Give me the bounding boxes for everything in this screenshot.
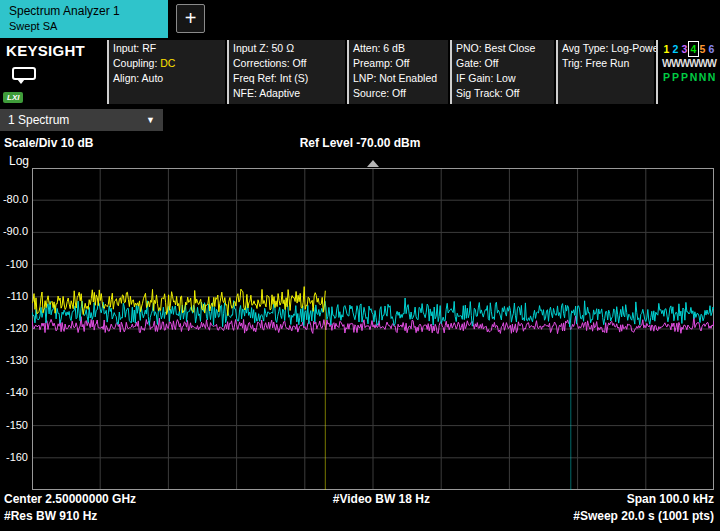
trace-type-2[interactable]: W: [671, 56, 680, 70]
settings-panel-4[interactable]: PNO: Best CloseGate: OffIF Gain: LowSig …: [450, 40, 554, 104]
message-bubble-icon: [12, 67, 36, 80]
y-tick--150: -150: [0, 419, 28, 431]
tab-title: Spectrum Analyzer 1: [9, 3, 159, 19]
setting-line: Coupling: DC: [113, 56, 225, 71]
ref-level-row: Ref Level -70.00 dBm: [0, 136, 720, 150]
setting-line: NFE: Adaptive: [233, 86, 345, 101]
trace-type-1[interactable]: W: [662, 56, 671, 70]
trace-type-row: WWWWWW: [662, 56, 720, 70]
sweep-time[interactable]: #Sweep 20.0 s (1001 pts): [573, 509, 714, 523]
tab-bar: Spectrum Analyzer 1 Swept SA +: [0, 0, 720, 38]
trace-type-4[interactable]: W: [689, 56, 698, 70]
trace-detector-2[interactable]: P: [671, 70, 680, 84]
res-bw[interactable]: #Res BW 910 Hz: [4, 509, 97, 523]
trace-selector-dropdown[interactable]: 1 Spectrum ▼: [0, 109, 163, 131]
trace-detector-4[interactable]: N: [689, 70, 698, 84]
settings-panel-2[interactable]: Input Z: 50 ΩCorrections: OffFreq Ref: I…: [227, 40, 345, 104]
annotation-row-1: Center 2.50000000 GHz #Video BW 18 Hz Sp…: [4, 492, 714, 506]
y-tick--130: -130: [0, 354, 28, 366]
tab-subtitle: Swept SA: [9, 19, 159, 33]
tab-spectrum-analyzer-1[interactable]: Spectrum Analyzer 1 Swept SA: [0, 0, 168, 38]
setting-line: Freq Ref: Int (S): [233, 71, 345, 86]
setting-line: PNO: Best Close: [456, 41, 554, 56]
y-tick--160: -160: [0, 451, 28, 463]
trace-type-6[interactable]: W: [707, 56, 716, 70]
y-tick--120: -120: [0, 322, 28, 334]
trace-number-3[interactable]: 3: [680, 42, 689, 56]
trace-legend[interactable]: 123456WWWWWWPPPNNN: [656, 40, 720, 104]
setting-line: Source: Off: [353, 86, 448, 101]
spectrum-plot[interactable]: [32, 168, 714, 490]
trace-detector-1[interactable]: P: [662, 70, 671, 84]
add-tab-button[interactable]: +: [176, 4, 205, 33]
span-value[interactable]: Span 100.0 kHz: [627, 492, 714, 506]
setting-line: Gate: Off: [456, 56, 554, 71]
setting-line: Sig Track: Off: [456, 86, 554, 101]
trace-selector-label: 1 Spectrum: [8, 113, 69, 127]
trace-number-1[interactable]: 1: [662, 42, 671, 56]
setting-line: IF Gain: Low: [456, 71, 554, 86]
center-frequency-marker-icon: [367, 160, 379, 167]
y-tick--90.0: -90.0: [0, 225, 28, 237]
setting-line: Input Z: 50 Ω: [233, 41, 345, 56]
lxi-badge: LXI: [3, 92, 23, 103]
trace-number-row: 123456: [662, 42, 720, 56]
setting-line: Preamp: Off: [353, 56, 448, 71]
trace-detector-row: PPPNNN: [662, 70, 720, 84]
trace-type-5[interactable]: W: [698, 56, 707, 70]
trace-detector-5[interactable]: N: [698, 70, 707, 84]
y-tick--140: -140: [0, 386, 28, 398]
settings-panel-3[interactable]: Atten: 6 dBPreamp: OffLNP: Not EnabledSo…: [347, 40, 448, 104]
setting-line: Align: Auto: [113, 71, 225, 86]
setting-line: Atten: 6 dB: [353, 41, 448, 56]
setting-line: Trig: Free Run: [562, 56, 654, 71]
y-tick--80.0: -80.0: [0, 193, 28, 205]
chevron-down-icon: ▼: [146, 109, 155, 131]
y-tick--110: -110: [0, 290, 28, 302]
settings-panel-1[interactable]: Input: RFCoupling: DCAlign: Auto: [107, 40, 225, 104]
settings-panel-5[interactable]: Avg Type: Log-PowerTrig: Free Run: [556, 40, 654, 104]
axis-mode-label: Log: [9, 154, 29, 168]
graticule-grid: [32, 168, 714, 490]
trace-number-4[interactable]: 4: [689, 42, 698, 56]
spectrum-analyzer-screen: Spectrum Analyzer 1 Swept SA + KEYSIGHT …: [0, 0, 720, 531]
keysight-logo: KEYSIGHT: [0, 40, 107, 59]
ref-level[interactable]: Ref Level -70.00 dBm: [300, 136, 421, 150]
setting-line: Input: RF: [113, 41, 225, 56]
trace-detector-6[interactable]: N: [707, 70, 716, 84]
trace-number-2[interactable]: 2: [671, 42, 680, 56]
annotation-row-2: #Res BW 910 Hz #Sweep 20.0 s (1001 pts): [4, 509, 714, 523]
setting-line: Corrections: Off: [233, 56, 345, 71]
trace-number-6[interactable]: 6: [707, 42, 716, 56]
brand-block: KEYSIGHT LXI: [0, 40, 107, 104]
trace-type-3[interactable]: W: [680, 56, 689, 70]
center-frequency[interactable]: Center 2.50000000 GHz: [4, 492, 136, 506]
setting-line: Avg Type: Log-Power: [562, 41, 654, 56]
trace-number-5[interactable]: 5: [698, 42, 707, 56]
setting-line: LNP: Not Enabled: [353, 71, 448, 86]
video-bw[interactable]: #Video BW 18 Hz: [333, 492, 430, 506]
y-tick--100: -100: [0, 258, 28, 270]
trace-detector-3[interactable]: P: [680, 70, 689, 84]
